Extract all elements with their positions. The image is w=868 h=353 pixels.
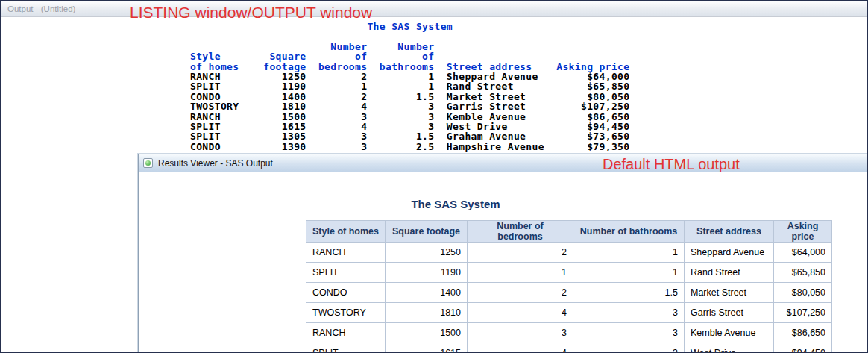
listing-line: CONDO 1390 3 2.5 Hampshire Avenue $79,35… bbox=[190, 142, 629, 151]
listing-line: SPLIT 1305 3 1.5 Graham Avenue $73,650 bbox=[190, 131, 629, 141]
table-cell: 1190 bbox=[386, 263, 468, 283]
table-cell: $80,050 bbox=[774, 283, 832, 303]
results-table-body: RANCH125021Sheppard Avenue$64,000SPLIT11… bbox=[306, 243, 832, 353]
listing-line: RANCH 1250 2 1 Sheppard Avenue $64,000 bbox=[190, 72, 629, 81]
table-cell: Rand Street bbox=[685, 263, 774, 283]
table-cell: SPLIT bbox=[306, 343, 386, 353]
results-table: Style of homesSquare footageNumber of be… bbox=[306, 220, 832, 353]
listing-line: Number Number bbox=[190, 42, 629, 51]
table-cell: Market Street bbox=[685, 283, 774, 303]
table-cell: 1810 bbox=[386, 303, 468, 323]
table-cell: 3 bbox=[573, 303, 685, 323]
table-cell: Kemble Avenue bbox=[685, 323, 774, 343]
listing-line: RANCH 1500 3 3 Kemble Avenue $86,650 bbox=[190, 112, 629, 122]
table-cell: CONDO bbox=[306, 283, 386, 303]
results-viewer-icon bbox=[143, 158, 153, 168]
listing-line: CONDO 1400 2 1.5 Market Street $80,050 bbox=[190, 92, 629, 101]
table-cell: 1 bbox=[468, 263, 573, 283]
table-header-cell: Number of bedrooms bbox=[468, 221, 573, 243]
table-header-cell: Style of homes bbox=[306, 221, 386, 243]
table-cell: 4 bbox=[468, 303, 573, 323]
table-cell: 1615 bbox=[386, 343, 468, 353]
table-cell: $65,850 bbox=[774, 263, 832, 283]
output-window-title: Output - (Untitled) bbox=[7, 4, 75, 13]
table-header-cell: Asking price bbox=[774, 221, 832, 243]
listing-line: of homes footage bedrooms bathrooms Stre… bbox=[190, 62, 629, 72]
table-cell: RANCH bbox=[306, 243, 386, 263]
table-cell: Garris Street bbox=[685, 303, 774, 323]
table-cell: 1400 bbox=[386, 283, 468, 303]
output-window: Output - (Untitled) LISTING window/OUTPU… bbox=[0, 0, 868, 353]
table-cell: 1500 bbox=[386, 323, 468, 343]
table-cell: 1 bbox=[573, 263, 685, 283]
table-cell: 2 bbox=[468, 283, 573, 303]
table-cell: 1.5 bbox=[573, 283, 685, 303]
table-cell: West Drive bbox=[685, 343, 774, 353]
table-row: RANCH150033Kemble Avenue$86,650 bbox=[306, 323, 832, 343]
table-cell: Sheppard Avenue bbox=[685, 243, 774, 263]
report-title: The SAS System bbox=[139, 198, 773, 210]
table-cell: $64,000 bbox=[774, 243, 832, 263]
listing-text: The SAS System Number NumberStyle Square… bbox=[190, 22, 629, 151]
table-cell: 2 bbox=[468, 243, 573, 263]
table-cell: $86,650 bbox=[774, 323, 832, 343]
table-cell: 3 bbox=[573, 343, 685, 353]
results-table-header-row: Style of homesSquare footageNumber of be… bbox=[306, 221, 832, 243]
listing-line: SPLIT 1190 1 1 Rand Street $65,850 bbox=[190, 81, 629, 91]
results-viewer-titlebar[interactable]: Results Viewer - SAS Output Default HTML… bbox=[139, 154, 867, 172]
table-cell: 3 bbox=[468, 323, 573, 343]
table-cell: TWOSTORY bbox=[306, 303, 386, 323]
table-cell: 3 bbox=[573, 323, 685, 343]
table-cell: SPLIT bbox=[306, 263, 386, 283]
table-cell: 1 bbox=[573, 243, 685, 263]
table-cell: $107,250 bbox=[774, 303, 832, 323]
table-cell: 4 bbox=[468, 343, 573, 353]
listing-line: SPLIT 1615 4 3 West Drive $94,450 bbox=[190, 122, 629, 131]
listing-line: Style Square of of bbox=[190, 51, 629, 61]
listing-line bbox=[190, 31, 629, 41]
table-row: SPLIT119011Rand Street$65,850 bbox=[306, 263, 832, 283]
table-cell: $94,450 bbox=[774, 343, 832, 353]
table-header-cell: Number of bathrooms bbox=[573, 221, 685, 243]
table-row: CONDO140021.5Market Street$80,050 bbox=[306, 283, 832, 303]
results-viewer-content: The SAS System Style of homesSquare foot… bbox=[139, 172, 867, 353]
table-header-cell: Street address bbox=[685, 221, 774, 243]
listing-line: The SAS System bbox=[190, 22, 629, 31]
listing-line: TWOSTORY 1810 4 3 Garris Street $107,250 bbox=[190, 101, 629, 111]
table-cell: RANCH bbox=[306, 323, 386, 343]
table-header-cell: Square footage bbox=[386, 221, 468, 243]
table-row: SPLIT161543West Drive$94,450 bbox=[306, 343, 832, 353]
results-viewer-title: Results Viewer - SAS Output bbox=[158, 158, 273, 169]
table-row: TWOSTORY181043Garris Street$107,250 bbox=[306, 303, 832, 323]
table-cell: 1250 bbox=[386, 243, 468, 263]
html-output-annotation: Default HTML output bbox=[603, 156, 740, 173]
table-row: RANCH125021Sheppard Avenue$64,000 bbox=[306, 243, 832, 263]
results-viewer-window: Results Viewer - SAS Output Default HTML… bbox=[138, 154, 868, 353]
